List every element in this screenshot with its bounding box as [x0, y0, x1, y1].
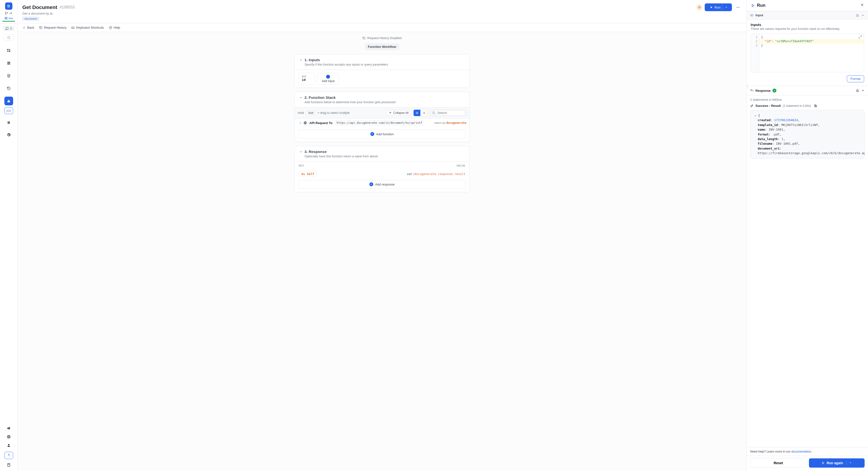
nav-functions[interactable]: ƒ(x)	[4, 107, 13, 114]
stack-search[interactable]	[430, 110, 466, 116]
play-icon	[822, 461, 825, 465]
input-section-bar[interactable]: Input	[747, 11, 868, 20]
history-icon	[7, 87, 11, 90]
tag-chip[interactable]: document	[22, 17, 39, 21]
inputs-subtitle: Specify if this function accepts any inp…	[305, 63, 465, 66]
input-chip[interactable]: text id	[298, 73, 315, 85]
nav-settings[interactable]	[4, 131, 13, 139]
add-response-button[interactable]: + Add response	[298, 180, 466, 189]
run-again-button[interactable]: Run again	[809, 459, 865, 468]
svg-rect-12	[7, 101, 10, 102]
expand-icon	[859, 35, 862, 39]
play-icon	[710, 6, 713, 9]
env-selector[interactable]: live	[2, 16, 15, 22]
success-badge	[773, 89, 776, 93]
expand-editor-button[interactable]	[859, 35, 862, 39]
nav-library[interactable]	[4, 97, 13, 105]
more-menu[interactable]	[734, 4, 742, 11]
inputs-title: 1. Inputs	[305, 58, 320, 62]
keyboard-shortcuts-button[interactable]: Keyboard Shortcuts	[71, 26, 104, 29]
request-history-label: Request History	[44, 26, 66, 29]
sparkle-icon	[7, 453, 11, 458]
copy-icon[interactable]	[814, 104, 817, 107]
secondary-toolbar: Back Request History Keyboard Shortcuts …	[18, 23, 746, 32]
help-button[interactable]: Help	[109, 26, 120, 29]
stack-title: 2. Function Stack	[305, 95, 336, 100]
nav-dashboard[interactable]	[4, 46, 13, 55]
unlock-icon[interactable]	[856, 13, 859, 17]
nav-profile[interactable]	[7, 443, 11, 448]
store-icon	[7, 121, 11, 124]
add-input-button[interactable]: + Add input	[318, 73, 339, 85]
format-button[interactable]: Format	[847, 75, 864, 82]
chevron-up-icon[interactable]	[861, 13, 865, 17]
gear-icon	[7, 133, 11, 137]
request-history-button[interactable]: Request History	[39, 26, 66, 29]
chevron-down-icon[interactable]	[299, 58, 303, 62]
chevron-up-icon[interactable]	[861, 89, 865, 92]
help-footer: Need help? Learn more in our documentati…	[747, 447, 868, 456]
svg-point-1	[6, 14, 6, 14]
history-icon	[39, 26, 42, 29]
branch-icon	[5, 11, 8, 15]
branch-selector[interactable]: v1	[5, 11, 12, 15]
chat-icon	[5, 27, 9, 30]
svg-point-23	[433, 112, 434, 113]
nav-ai[interactable]	[4, 452, 13, 459]
nav-database[interactable]	[4, 59, 13, 67]
response-row[interactable]: As Self var:docugenerate.response.result	[295, 169, 469, 177]
nav-store[interactable]	[4, 118, 13, 127]
view-compact[interactable]	[413, 110, 421, 116]
add-input-label: Add input	[322, 79, 335, 83]
svg-point-15	[8, 436, 9, 437]
svg-rect-13	[8, 100, 9, 101]
line-gutter: 1 2 3	[751, 34, 759, 72]
shift-kbd: Shift	[306, 111, 315, 115]
stack-search-input[interactable]	[437, 111, 464, 115]
sidebar-search[interactable]	[4, 34, 14, 41]
unlock-icon[interactable]	[856, 89, 859, 92]
run-again-label: Run again	[827, 461, 843, 465]
documentation-link[interactable]: documentation	[792, 450, 811, 453]
chevron-down-icon[interactable]	[299, 150, 303, 154]
svg-point-16	[8, 444, 9, 445]
close-panel-button[interactable]	[860, 3, 864, 8]
svg-rect-4	[5, 19, 7, 19]
chevron-down-icon[interactable]	[299, 96, 303, 99]
workspace-badge[interactable]: D	[5, 2, 12, 10]
run-dropdown[interactable]	[722, 4, 731, 11]
user-avatar[interactable]: D	[696, 4, 702, 10]
svg-rect-11	[7, 63, 10, 64]
inputs-sub: These are values required for your funct…	[751, 27, 864, 31]
chevron-down-icon[interactable]	[754, 114, 757, 117]
nav-support[interactable]	[7, 435, 11, 439]
return-as-label: return as	[434, 122, 446, 124]
nav-announce[interactable]	[7, 426, 11, 431]
response-subtitle: Optionally have this function return a v…	[305, 155, 465, 158]
back-button[interactable]: Back	[22, 26, 34, 29]
nav-history[interactable]	[4, 84, 13, 93]
resize-handle[interactable]: ⋮	[746, 85, 748, 88]
input-section-label: Input	[755, 13, 763, 17]
layers-icon	[7, 74, 11, 78]
hold-label: Hold	[298, 111, 304, 114]
nav-stack[interactable]	[4, 71, 13, 80]
caret-down-icon	[849, 461, 852, 465]
nav-docs[interactable]	[7, 463, 11, 468]
stack-toolbar: Hold Shift + drag to select multiple Col…	[295, 107, 469, 118]
help-icon	[109, 26, 112, 29]
run-label: Run	[714, 6, 720, 9]
view-numbered[interactable]	[421, 110, 427, 116]
response-json[interactable]: { created: 1737061264624, template_id: M…	[750, 110, 865, 159]
add-function-button[interactable]: + Add function	[298, 130, 466, 138]
run-again-dropdown[interactable]	[846, 461, 852, 465]
chat-badge[interactable]: 1	[3, 26, 14, 31]
collapse-all-button[interactable]: Collapse All	[386, 110, 411, 116]
run-button[interactable]: Run	[705, 3, 732, 11]
response-section-bar[interactable]: Response	[747, 86, 868, 95]
reset-button[interactable]: Reset	[750, 459, 807, 468]
svg-point-2	[7, 12, 8, 13]
stack-step[interactable]: 1 API Request To https://api.docugenerat…	[295, 118, 469, 127]
ordered-list-icon	[422, 111, 426, 114]
json-input-editor[interactable]: 1 2 3 { "id": "vv7BPwrxfI6wh4YFfA9T" }	[751, 34, 864, 72]
